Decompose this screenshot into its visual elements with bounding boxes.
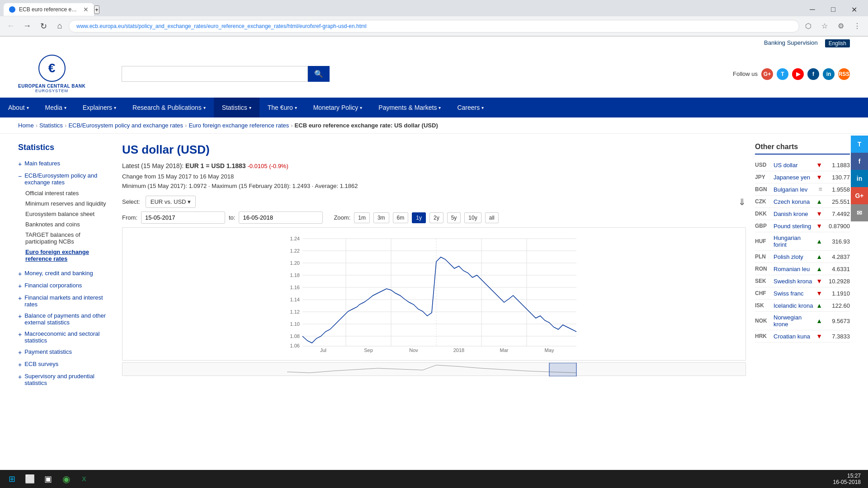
sidebar-label-balance-payments[interactable]: Balance of payments and other external s…: [24, 312, 113, 326]
google-plus-link[interactable]: G+: [761, 68, 773, 80]
link-official-rates[interactable]: Official interest rates: [25, 190, 79, 197]
link-banknotes[interactable]: Banknotes and coins: [25, 221, 80, 228]
sidebar-item-balance-payments[interactable]: + Balance of payments and other external…: [18, 310, 113, 328]
linkedin-link[interactable]: in: [823, 68, 835, 80]
nav-monetary[interactable]: Monetary Policy ▾: [305, 98, 371, 117]
sidebar-sub-eurosystem[interactable]: Eurosystem balance sheet: [25, 209, 113, 219]
sidebar-item-financial-markets[interactable]: + Financial markets and interest rates: [18, 292, 113, 310]
twitter-link[interactable]: T: [777, 68, 788, 80]
currency-name-hrk[interactable]: Croatian kuna: [774, 333, 813, 340]
nav-explainers[interactable]: Explainers ▾: [75, 98, 124, 117]
zoom-6m-button[interactable]: 6m: [393, 212, 409, 223]
window-close-button[interactable]: ✕: [844, 2, 864, 17]
zoom-3m-button[interactable]: 3m: [373, 212, 389, 223]
sidebar-label-main-features[interactable]: Main features: [24, 160, 60, 167]
tab-close-button[interactable]: ✕: [83, 6, 89, 13]
sidebar-item-supervisory[interactable]: + Supervisory and prudential statistics: [18, 371, 113, 389]
nav-careers[interactable]: Careers ▾: [449, 98, 492, 117]
zoom-1y-button[interactable]: 1y: [412, 212, 426, 223]
currency-name-jpy[interactable]: Japanese yen: [774, 174, 813, 181]
search-button[interactable]: 🔍: [308, 66, 330, 82]
sidebar-google-button[interactable]: G+: [851, 187, 868, 204]
breadcrumb-statistics[interactable]: Statistics: [39, 122, 63, 129]
bookmark-button[interactable]: ☆: [817, 19, 832, 33]
zoom-2y-button[interactable]: 2y: [429, 212, 443, 223]
sidebar-label-financial-corps[interactable]: Financial corporations: [24, 282, 82, 289]
link-eurosystem[interactable]: Eurosystem balance sheet: [25, 211, 94, 217]
currency-name-usd[interactable]: US dollar: [774, 162, 813, 169]
nav-media[interactable]: Media ▾: [37, 98, 75, 117]
currency-name-sek[interactable]: Swedish krona: [774, 278, 813, 285]
mini-chart[interactable]: [122, 362, 746, 376]
currency-name-chf[interactable]: Swiss franc: [774, 290, 813, 297]
new-tab-button[interactable]: +: [94, 5, 99, 14]
nav-about[interactable]: About ▾: [0, 98, 37, 117]
currency-name-czk[interactable]: Czech koruna: [774, 198, 813, 205]
sidebar-label-supervisory[interactable]: Supervisory and prudential statistics: [24, 373, 113, 386]
window-minimize-button[interactable]: ─: [802, 2, 823, 17]
back-button[interactable]: ←: [4, 19, 18, 33]
nav-research[interactable]: Research & Publications ▾: [124, 98, 214, 117]
forward-button[interactable]: →: [20, 19, 34, 33]
zoom-5y-button[interactable]: 5y: [447, 212, 461, 223]
cast-button[interactable]: ⬡: [801, 19, 816, 33]
sidebar-email-button[interactable]: ✉: [851, 204, 868, 221]
sidebar-label-payment-stats[interactable]: Payment statistics: [24, 348, 72, 355]
browser-tab[interactable]: ECB euro reference excl... ✕: [4, 3, 94, 16]
download-button[interactable]: ⇓: [738, 197, 746, 207]
currency-name-dkk[interactable]: Danish krone: [774, 211, 813, 217]
refresh-button[interactable]: ↻: [36, 19, 51, 33]
zoom-10y-button[interactable]: 10y: [464, 212, 481, 223]
sidebar-label-macroeconomic[interactable]: Macroeconomic and sectoral statistics: [24, 330, 113, 344]
breadcrumb-euro-fx[interactable]: Euro foreign exchange reference rates: [189, 122, 289, 129]
from-date-input[interactable]: [141, 211, 225, 224]
link-target[interactable]: TARGET balances of participating NCBs: [25, 231, 80, 245]
sidebar-label-ecb-surveys[interactable]: ECB surveys: [24, 361, 58, 367]
sidebar-item-financial-corps[interactable]: + Financial corporations: [18, 280, 113, 292]
sidebar-label-money-credit[interactable]: Money, credit and banking: [24, 270, 93, 277]
sidebar-item-ecb-surveys[interactable]: + ECB surveys: [18, 358, 113, 371]
currency-name-ron[interactable]: Romanian leu: [774, 266, 813, 272]
sidebar-sub-euro-fx[interactable]: Euro foreign exchange reference rates: [25, 247, 113, 264]
breadcrumb-ecb-policy[interactable]: ECB/Eurosystem policy and exchange rates: [68, 122, 183, 129]
sidebar-label-financial-markets[interactable]: Financial markets and interest rates: [24, 294, 113, 308]
youtube-link[interactable]: ▶: [792, 68, 804, 80]
sidebar-sub-banknotes[interactable]: Banknotes and coins: [25, 219, 113, 230]
zoom-all-button[interactable]: all: [485, 212, 499, 223]
currency-name-pln[interactable]: Polish zloty: [774, 253, 813, 260]
link-min-reserves[interactable]: Minimum reserves and liquidity: [25, 200, 106, 207]
nav-euro[interactable]: The €uro ▾: [259, 98, 305, 117]
sidebar-item-main-features[interactable]: + Main features: [18, 158, 113, 170]
nav-statistics[interactable]: Statistics ▾: [214, 98, 259, 117]
address-bar[interactable]: www.ecb.europa.eu/stats/policy_and_excha…: [69, 20, 799, 33]
currency-name-huf[interactable]: Hungarian forint: [774, 235, 813, 248]
link-euro-fx[interactable]: Euro foreign exchange reference rates: [25, 249, 89, 262]
currency-select[interactable]: EUR vs. USD ▾: [146, 196, 196, 208]
sidebar-linkedin-button[interactable]: in: [851, 170, 868, 187]
window-maximize-button[interactable]: □: [823, 2, 844, 17]
sidebar-item-macroeconomic[interactable]: + Macroeconomic and sectoral statistics: [18, 328, 113, 346]
sidebar-item-money-credit[interactable]: + Money, credit and banking: [18, 267, 113, 280]
menu-button[interactable]: ⋮: [850, 19, 864, 33]
sidebar-item-ecb-policy[interactable]: − ECB/Eurosystem policy and exchange rat…: [18, 170, 113, 188]
to-date-input[interactable]: [239, 211, 323, 224]
sidebar-facebook-button[interactable]: f: [851, 153, 868, 170]
sidebar-sub-official-rates[interactable]: Official interest rates: [25, 188, 113, 198]
sidebar-label-ecb-policy[interactable]: ECB/Eurosystem policy and exchange rates: [24, 172, 113, 186]
sidebar-sub-target[interactable]: TARGET balances of participating NCBs: [25, 230, 113, 247]
search-input[interactable]: [122, 66, 308, 82]
currency-name-nok[interactable]: Norwegian krone: [774, 314, 813, 328]
ecb-logo[interactable]: € EUROPEAN CENTRAL BANK EUROSYSTEM: [18, 55, 85, 93]
zoom-1m-button[interactable]: 1m: [354, 212, 370, 223]
sidebar-sub-min-reserves[interactable]: Minimum reserves and liquidity: [25, 198, 113, 209]
banking-supervision-link[interactable]: Banking Supervision: [764, 39, 818, 47]
currency-name-bgn[interactable]: Bulgarian lev: [774, 186, 816, 193]
home-button[interactable]: ⌂: [52, 19, 67, 33]
currency-name-isk[interactable]: Icelandic krona: [774, 302, 813, 309]
language-button[interactable]: English: [825, 39, 850, 47]
sidebar-item-payment-stats[interactable]: + Payment statistics: [18, 346, 113, 358]
rss-link[interactable]: RSS: [838, 68, 850, 80]
nav-payments[interactable]: Payments & Markets ▾: [370, 98, 449, 117]
currency-name-gbp[interactable]: Pound sterling: [774, 223, 813, 230]
extensions-button[interactable]: ⚙: [834, 19, 848, 33]
